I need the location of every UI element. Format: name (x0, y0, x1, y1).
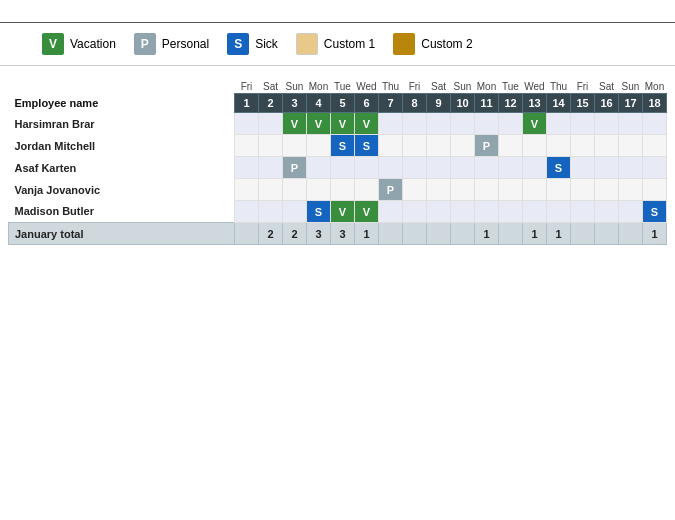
cell-0-7 (379, 113, 403, 135)
cell-1-15 (571, 135, 595, 157)
cell-2-11 (475, 157, 499, 179)
day-header-10: Mon (475, 80, 499, 94)
key-custom1: Custom 1 (296, 33, 375, 55)
day-header-9: Sun (451, 80, 475, 94)
cell-2-2 (259, 157, 283, 179)
date-header-3: 3 (283, 94, 307, 113)
date-header-17: 17 (619, 94, 643, 113)
cell-3-18 (643, 179, 667, 201)
schedule-table-container: FriSatSunMonTueWedThuFriSatSunMonTueWedT… (0, 80, 675, 245)
cell-2-5 (331, 157, 355, 179)
cell-2-4 (307, 157, 331, 179)
total-cell-12 (499, 223, 523, 245)
date-header-14: 14 (547, 94, 571, 113)
cell-4-13 (523, 201, 547, 223)
total-cell-8 (403, 223, 427, 245)
employee-name-4: Madison Butler (9, 201, 235, 223)
cell-4-14 (547, 201, 571, 223)
cell-1-14 (547, 135, 571, 157)
day-header-2: Sun (283, 80, 307, 94)
day-header-13: Thu (547, 80, 571, 94)
cell-3-15 (571, 179, 595, 201)
cell-3-13 (523, 179, 547, 201)
date-header-12: 12 (499, 94, 523, 113)
date-header-8: 8 (403, 94, 427, 113)
cell-2-18 (643, 157, 667, 179)
day-header-1: Sat (259, 80, 283, 94)
day-header-17: Mon (643, 80, 667, 94)
employee-name-2: Asaf Karten (9, 157, 235, 179)
section-title (0, 66, 675, 80)
cell-4-10 (451, 201, 475, 223)
total-row: January total 223311111 (9, 223, 667, 245)
cell-4-9 (427, 201, 451, 223)
employee-row-3: Vanja JovanovicP (9, 179, 667, 201)
total-cell-10 (451, 223, 475, 245)
header (0, 0, 675, 22)
cell-3-4 (307, 179, 331, 201)
cell-2-7 (379, 157, 403, 179)
key-personal: P Personal (134, 33, 209, 55)
cell-4-3 (283, 201, 307, 223)
cell-4-16 (595, 201, 619, 223)
cell-3-7: P (379, 179, 403, 201)
day-header-8: Sat (427, 80, 451, 94)
cell-0-17 (619, 113, 643, 135)
date-header-5: 5 (331, 94, 355, 113)
day-header-5: Wed (355, 80, 379, 94)
day-header-14: Fri (571, 80, 595, 94)
cell-4-18: S (643, 201, 667, 223)
cell-1-6: S (355, 135, 379, 157)
cell-3-1 (235, 179, 259, 201)
cell-0-13: V (523, 113, 547, 135)
day-header-12: Wed (523, 80, 547, 94)
cell-0-8 (403, 113, 427, 135)
date-header-4: 4 (307, 94, 331, 113)
day-header-4: Tue (331, 80, 355, 94)
sick-label: Sick (255, 37, 278, 51)
cell-2-9 (427, 157, 451, 179)
cell-3-8 (403, 179, 427, 201)
date-header-16: 16 (595, 94, 619, 113)
cell-3-12 (499, 179, 523, 201)
cell-3-9 (427, 179, 451, 201)
vacation-badge: V (42, 33, 64, 55)
cell-0-18 (643, 113, 667, 135)
date-header-13: 13 (523, 94, 547, 113)
cell-0-14 (547, 113, 571, 135)
cell-1-13 (523, 135, 547, 157)
cell-4-12 (499, 201, 523, 223)
cell-0-15 (571, 113, 595, 135)
cell-0-5: V (331, 113, 355, 135)
cell-2-10 (451, 157, 475, 179)
cell-0-6: V (355, 113, 379, 135)
cell-0-2 (259, 113, 283, 135)
day-header-15: Sat (595, 80, 619, 94)
cell-0-11 (475, 113, 499, 135)
custom1-label: Custom 1 (324, 37, 375, 51)
total-cell-3: 2 (283, 223, 307, 245)
date-header-2: 2 (259, 94, 283, 113)
cell-1-8 (403, 135, 427, 157)
employee-row-4: Madison ButlerSVVS (9, 201, 667, 223)
cell-3-6 (355, 179, 379, 201)
total-cell-9 (427, 223, 451, 245)
total-cell-1 (235, 223, 259, 245)
day-header-3: Mon (307, 80, 331, 94)
cell-3-10 (451, 179, 475, 201)
day-header-16: Sun (619, 80, 643, 94)
total-cell-13: 1 (523, 223, 547, 245)
cell-4-8 (403, 201, 427, 223)
date-header-15: 15 (571, 94, 595, 113)
date-header-name-col: Employee name (9, 94, 235, 113)
vacation-label: Vacation (70, 37, 116, 51)
total-cell-15 (571, 223, 595, 245)
date-header-11: 11 (475, 94, 499, 113)
total-cell-14: 1 (547, 223, 571, 245)
employee-row-2: Asaf KartenPS (9, 157, 667, 179)
cell-4-7 (379, 201, 403, 223)
date-header-6: 6 (355, 94, 379, 113)
cell-2-8 (403, 157, 427, 179)
absence-key: V Vacation P Personal S Sick Custom 1 Cu… (0, 23, 675, 65)
cell-3-14 (547, 179, 571, 201)
